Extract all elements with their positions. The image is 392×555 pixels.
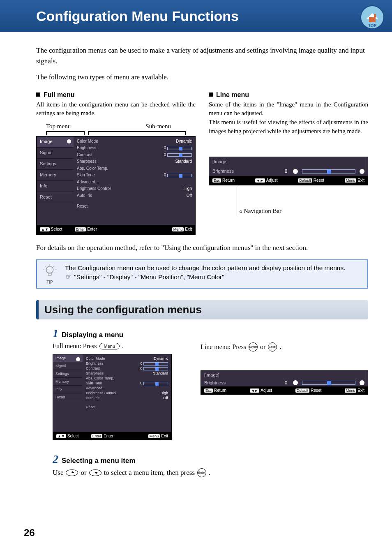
menu-item: Memory — [53, 378, 83, 386]
bullet-icon — [209, 92, 213, 97]
details-line: For details on the operation method, ref… — [36, 244, 368, 252]
menu-item: Reset — [37, 192, 74, 203]
full-menu-screenshot-small: ImageSignalSettingsMemoryInfoReset Color… — [53, 354, 172, 440]
menu-item: Image — [37, 136, 74, 148]
menu-item: Settings — [37, 159, 74, 170]
slider-track — [302, 381, 355, 385]
intro-p1: The configuration menus can be used to m… — [36, 45, 368, 66]
page-number: 26 — [24, 527, 35, 539]
enter-key-icon: Enter — [197, 468, 206, 477]
svg-line-8 — [45, 266, 46, 267]
svg-rect-2 — [374, 14, 376, 17]
arrow-left-icon — [293, 380, 298, 385]
step-1-title: Displaying a menu — [62, 331, 123, 339]
top-badge[interactable]: TOP — [360, 5, 385, 30]
menu-item: Memory — [37, 170, 74, 181]
menu-item: Signal — [53, 362, 83, 370]
line-menu-desc1: Some of the items in the "Image" menu in… — [209, 100, 368, 118]
page-title: Configuration Menu Functions — [36, 8, 239, 24]
menu-item: Info — [37, 181, 74, 192]
section-using-menus: Using the configuration menus — [36, 300, 368, 319]
bullet-icon — [36, 92, 40, 97]
menu-item: Info — [53, 386, 83, 393]
step-2: 2 Selecting a menu item Use or to select… — [53, 453, 368, 477]
tip-label: TIP — [40, 280, 59, 284]
svg-line-9 — [53, 266, 55, 267]
label-top-menu: Top menu — [46, 122, 71, 131]
arrow-right-icon — [360, 169, 364, 174]
pointer-icon: ☞ — [65, 273, 72, 282]
line-menu-col: Line menu Some of the items in the "Imag… — [209, 90, 368, 235]
navbar-callout: Navigation Bar — [209, 187, 368, 216]
svg-rect-1 — [369, 17, 376, 22]
tip-line1: The Configuration menu can be used to ch… — [65, 264, 345, 273]
full-menu-screenshot: ImageSignalSettingsMemoryInfoReset Color… — [36, 136, 196, 235]
intro-p2: The following two types of menu are avai… — [36, 72, 368, 83]
line-menu-desc2: This menu is useful for viewing the effe… — [209, 118, 368, 136]
line-menu-screenshot-small: [Image] Brightness 0 EscReturn ◄►Adjust … — [201, 370, 368, 395]
menu-key-icon: Menu — [99, 343, 120, 349]
arrow-right-icon — [360, 380, 364, 385]
page-header: Configuration Menu Functions — [0, 0, 392, 32]
enter-key-icon: Enter — [249, 342, 258, 352]
up-key-icon — [66, 469, 78, 476]
arrow-left-icon — [293, 169, 298, 174]
enter-key-icon: Enter — [268, 342, 277, 352]
full-menu-desc: All items in the configuration menu can … — [36, 100, 196, 118]
menu-item: Signal — [37, 148, 74, 159]
svg-point-3 — [46, 266, 53, 273]
full-menu-col: Full menu All items in the configuration… — [36, 90, 196, 235]
down-key-icon — [89, 469, 101, 476]
menu-item: Reset — [53, 393, 83, 401]
slider-track — [302, 169, 355, 173]
top-badge-label: TOP — [368, 23, 377, 28]
menu-item: Image — [53, 354, 83, 362]
tip-box: TIP The Configuration menu can be used t… — [36, 259, 368, 289]
full-menu-head: Full menu — [44, 90, 75, 99]
line-menu-screenshot: [Image] Brightness 0 EscReturn ◄►Adjust … — [209, 157, 368, 185]
tip-line2: "Settings" - "Display" - "Menu Position"… — [74, 273, 224, 280]
menu-item: Settings — [53, 370, 83, 378]
line-menu-head: Line menu — [216, 90, 249, 99]
lightbulb-icon — [42, 264, 58, 279]
step-2-num: 2 — [53, 453, 58, 466]
step-2-title: Selecting a menu item — [62, 457, 136, 465]
intro-block: The configuration menus can be used to m… — [36, 45, 368, 83]
step-1: 1 Displaying a menu Full menu: Press Men… — [53, 327, 368, 440]
step-1-num: 1 — [53, 327, 58, 340]
label-sub-menu: Sub-menu — [145, 122, 171, 131]
